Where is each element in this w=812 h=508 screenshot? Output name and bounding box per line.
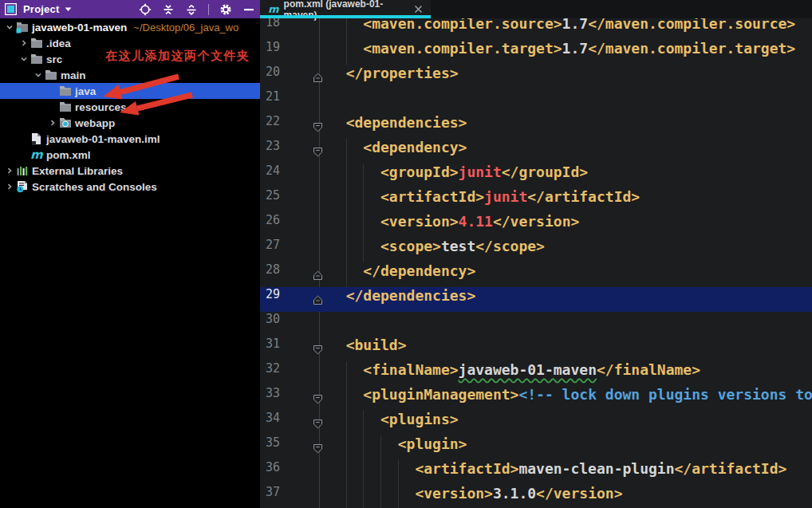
collapse-all-icon[interactable] xyxy=(185,3,198,16)
editor-code-line[interactable]: 19 <maven.compiler.target>1.7</maven.com… xyxy=(260,40,812,65)
code-text: <scope>test</scope> xyxy=(329,238,545,254)
line-number: 31 xyxy=(266,337,280,351)
fold-marker-start-icon[interactable] xyxy=(313,146,323,156)
tree-item-label: .idea xyxy=(46,37,71,49)
code-text: </dependency> xyxy=(329,262,475,279)
project-tool-window-icon xyxy=(5,3,17,15)
code-text: <artifactId>junit</artifactId> xyxy=(329,188,640,205)
library-icon xyxy=(16,164,30,177)
line-number: 23 xyxy=(266,139,280,153)
tree-item-label: Scratches and Consoles xyxy=(32,181,157,193)
chevron-down-icon[interactable] xyxy=(3,21,16,33)
code-text: <maven.compiler.target>1.7</maven.compil… xyxy=(329,40,795,57)
editor-code-line[interactable]: 26 <version>4.11</version> xyxy=(260,213,812,238)
chevron-right-icon[interactable] xyxy=(18,37,30,49)
folder-icon xyxy=(30,53,45,65)
fold-marker-start-icon[interactable] xyxy=(313,344,323,354)
editor-code-line[interactable]: 27 <scope>test</scope> xyxy=(260,238,812,262)
tree-item-label: webapp xyxy=(75,117,115,129)
code-text: <dependencies> xyxy=(329,114,467,131)
maven-icon: m xyxy=(30,148,45,161)
editor-code-line[interactable]: 31 <build> xyxy=(260,337,812,361)
close-tab-icon[interactable] xyxy=(414,5,423,14)
chevron-spacer xyxy=(18,148,30,161)
editor-code-line[interactable]: 30 xyxy=(260,312,812,337)
fold-marker-start-icon[interactable] xyxy=(313,418,323,428)
panel-header-actions xyxy=(139,3,255,16)
tree-item-label: pom.xml xyxy=(46,149,91,161)
tree-item-javaweb-01-maven-iml[interactable]: javaweb-01-maven.iml xyxy=(0,131,260,147)
header-separator xyxy=(208,4,209,15)
tree-item-main[interactable]: main xyxy=(0,67,260,83)
editor-code-line[interactable]: 34 <plugins> xyxy=(260,411,812,435)
editor-code-line[interactable]: 25 <artifactId>junit</artifactId> xyxy=(260,188,812,213)
hide-panel-icon[interactable] xyxy=(242,3,255,16)
fold-marker-end-icon[interactable] xyxy=(313,294,323,305)
line-number: 33 xyxy=(266,386,280,400)
chevron-spacer xyxy=(46,85,59,97)
chevron-right-icon[interactable] xyxy=(46,116,59,129)
editor-code-line[interactable]: 35 <plugin> xyxy=(260,435,812,460)
code-text: </properties> xyxy=(329,65,459,81)
chevron-right-icon[interactable] xyxy=(3,180,16,193)
editor-code-line[interactable]: 33 <pluginManagement><!-- lock down plug… xyxy=(260,386,812,411)
editor-code-line[interactable]: 20 </properties> xyxy=(260,65,812,89)
editor-code-line[interactable]: 21 xyxy=(260,89,812,114)
folder-icon xyxy=(59,85,73,97)
tree-item-label: src xyxy=(46,53,62,65)
tree-item-resources[interactable]: resources xyxy=(0,99,260,115)
fold-marker-start-icon[interactable] xyxy=(313,443,323,453)
editor-code-line[interactable]: 32 <finalName>javaweb-01-maven</finalNam… xyxy=(260,361,812,386)
editor-code-line[interactable]: 29 </dependencies> xyxy=(260,287,812,312)
tree-item-scratches[interactable]: Scratches and Consoles xyxy=(0,179,260,195)
tree-item-webapp[interactable]: webapp xyxy=(0,115,260,131)
editor-code-line[interactable]: 23 <dependency> xyxy=(260,139,812,163)
project-tree: javaweb-01-maven~/Desktop/06_java_wo.ide… xyxy=(0,19,260,195)
code-text: <finalName>javaweb-01-maven</finalName> xyxy=(329,361,700,378)
editor-pane[interactable]: 18 <maven.compiler.source>1.7</maven.com… xyxy=(260,0,812,508)
line-number: 30 xyxy=(266,312,280,326)
chevron-down-icon[interactable] xyxy=(18,53,30,65)
project-panel-header: Project xyxy=(0,0,260,18)
settings-gear-icon[interactable] xyxy=(219,3,232,16)
tree-item-pom-xml[interactable]: mpom.xml xyxy=(0,147,260,163)
code-text: <version>4.11</version> xyxy=(329,213,579,230)
folder-root-icon xyxy=(16,21,30,33)
fold-marker-start-icon[interactable] xyxy=(313,121,323,132)
locate-target-icon[interactable] xyxy=(139,3,152,16)
chevron-down-icon[interactable] xyxy=(32,69,45,81)
scratches-icon xyxy=(16,180,30,193)
folder-icon xyxy=(59,100,73,113)
code-text: <version>3.1.0</version> xyxy=(329,485,622,502)
editor-code-line[interactable]: 22 <dependencies> xyxy=(260,114,812,139)
line-number: 22 xyxy=(266,114,280,128)
line-number: 34 xyxy=(266,411,280,425)
chevron-spacer xyxy=(18,132,30,145)
code-text: <artifactId>maven-clean-plugin</artifact… xyxy=(329,460,786,477)
chevron-spacer xyxy=(46,100,59,113)
tree-item-java[interactable]: java xyxy=(0,83,260,99)
editor-tab-bar: m pom.xml (javaweb-01-maven) xyxy=(260,0,812,18)
editor-code-line[interactable]: 36 <artifactId>maven-clean-plugin</artif… xyxy=(260,460,812,485)
expand-all-icon[interactable] xyxy=(162,3,175,16)
line-number: 37 xyxy=(266,485,280,499)
folder-icon xyxy=(45,69,59,81)
file-icon xyxy=(30,132,45,145)
fold-marker-end-icon[interactable] xyxy=(313,270,323,280)
tree-item-javaweb-01-maven[interactable]: javaweb-01-maven~/Desktop/06_java_wo xyxy=(0,19,260,35)
tree-item-external-libraries[interactable]: External Libraries xyxy=(0,163,260,179)
folder-web-icon xyxy=(59,116,73,129)
line-number: 28 xyxy=(266,262,280,277)
fold-marker-start-icon[interactable] xyxy=(313,393,323,404)
editor-code-line[interactable]: 37 <version>3.1.0</version> xyxy=(260,485,812,508)
fold-marker-end-icon[interactable] xyxy=(313,72,323,82)
chevron-right-icon[interactable] xyxy=(3,164,16,177)
chevron-down-icon[interactable] xyxy=(65,6,72,12)
project-panel-title[interactable]: Project xyxy=(23,3,59,15)
annotation-text: 在这儿添加这两个文件夹 xyxy=(105,49,250,64)
editor-code-line[interactable]: 24 <groupId>junit</groupId> xyxy=(260,163,812,188)
editor-code-line[interactable]: 28 </dependency> xyxy=(260,262,812,287)
tree-item-path: ~/Desktop/06_java_wo xyxy=(133,22,238,33)
code-text: <pluginManagement><!-- lock down plugins… xyxy=(329,386,812,403)
line-number: 20 xyxy=(266,65,280,79)
